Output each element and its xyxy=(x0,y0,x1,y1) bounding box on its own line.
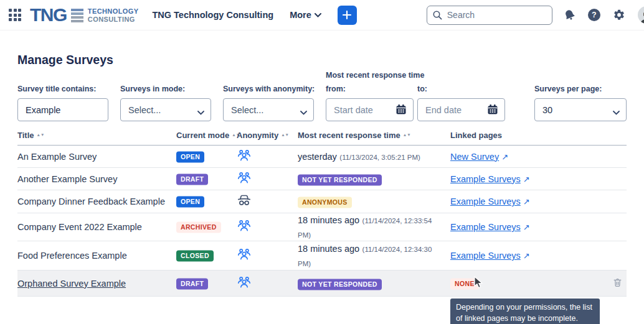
from-label: from: xyxy=(326,85,346,93)
external-link-icon: ↗ xyxy=(523,251,530,261)
sort-icon: ▲▼ xyxy=(37,133,45,137)
external-link-icon: ↗ xyxy=(523,223,530,232)
column-header-linked-pages: Linked pages xyxy=(450,131,606,140)
logo-word-consulting: CONSULTING xyxy=(88,16,139,24)
people-group-icon xyxy=(237,176,252,187)
mode-badge: OPEN xyxy=(176,196,204,207)
linked-pages-tooltip: Depending on your permissions, the list … xyxy=(450,299,600,324)
incognito-icon xyxy=(237,198,252,209)
sort-icon: ▲▼ xyxy=(281,133,289,137)
external-link-icon: ↗ xyxy=(501,152,508,162)
people-group-icon xyxy=(237,154,252,164)
per-page-label: Surveys per page: xyxy=(534,85,602,93)
response-time-group-label: Most recent response time xyxy=(326,71,424,80)
settings-gear-icon[interactable] xyxy=(613,9,625,21)
logo-word-technology: TECHNOLOGY xyxy=(88,7,139,16)
mode-badge: DRAFT xyxy=(176,174,208,185)
anonymity-label: Surveys with anonymity: xyxy=(223,85,315,93)
help-icon[interactable]: ? xyxy=(588,9,600,21)
external-link-icon: ↗ xyxy=(523,175,530,184)
from-date-field xyxy=(326,98,414,121)
response-time-detail: (11/13/2024, 3:05:21 PM) xyxy=(339,154,420,161)
linked-page-link[interactable]: New Survey↗ xyxy=(450,152,508,162)
response-status-badge: NOT YET RESPONDED xyxy=(298,174,382,185)
space-name-link[interactable]: TNG Technology Consulting xyxy=(152,10,273,20)
logo-lines-decoration xyxy=(71,9,83,22)
column-header-anonymity[interactable]: Anonymity▲▼ xyxy=(237,131,293,140)
table-row[interactable]: Another Example Survey DRAFT NOT YET RES… xyxy=(17,168,627,190)
survey-title[interactable]: Company Event 2022 Example xyxy=(17,222,142,232)
logo-text: TNG xyxy=(30,6,67,24)
user-avatar[interactable] xyxy=(638,6,644,24)
survey-title[interactable]: An Example Survey xyxy=(17,152,97,162)
delete-survey-icon[interactable] xyxy=(612,277,623,290)
people-group-icon xyxy=(237,252,252,263)
calendar-icon[interactable] xyxy=(395,103,407,118)
table-row[interactable]: Orphaned Survey Example DRAFT NOT YET RE… xyxy=(17,271,627,297)
external-link-icon: ↗ xyxy=(523,197,530,206)
top-navigation-bar: TNG TECHNOLOGY CONSULTING TNG Technology… xyxy=(0,0,644,30)
people-group-icon xyxy=(237,280,252,291)
response-status-badge: ANONYMOUS xyxy=(298,197,352,208)
filters-bar: Survey title contains: Surveys in mode: … xyxy=(17,71,627,123)
table-row[interactable]: Food Preferences Example CLOSED 18 minut… xyxy=(17,241,627,271)
title-contains-input[interactable] xyxy=(17,98,108,121)
mode-label: Surveys in mode: xyxy=(120,85,185,93)
mode-select[interactable]: Select... xyxy=(120,98,211,121)
create-button[interactable] xyxy=(338,6,357,25)
survey-title[interactable]: Food Preferences Example xyxy=(17,251,127,261)
linked-page-link[interactable]: Example Surveys↗ xyxy=(450,197,530,206)
anonymity-select[interactable]: Select... xyxy=(223,98,314,121)
linked-page-link[interactable]: Example Surveys↗ xyxy=(450,251,530,261)
sort-icon: ▲▼ xyxy=(403,133,411,137)
title-contains-label: Survey title contains: xyxy=(17,85,96,93)
calendar-icon[interactable] xyxy=(486,103,499,118)
table-row[interactable]: Company Event 2022 Example ARCHIVED 18 m… xyxy=(17,213,627,241)
chevron-down-icon xyxy=(197,107,204,117)
tng-logo[interactable]: TNG TECHNOLOGY CONSULTING xyxy=(30,6,138,24)
column-header-response-time[interactable]: Most recent response time▲▼ xyxy=(298,131,433,140)
notifications-bell-icon[interactable] xyxy=(564,9,575,21)
more-menu[interactable]: More xyxy=(290,10,321,20)
mode-badge: DRAFT xyxy=(176,278,208,289)
table-row[interactable]: Company Dinner Feedback Example OPEN ANO… xyxy=(17,190,627,213)
survey-title[interactable]: Orphaned Survey Example xyxy=(17,279,126,289)
survey-title[interactable]: Another Example Survey xyxy=(17,174,117,184)
mode-badge: OPEN xyxy=(176,151,204,162)
search-input[interactable] xyxy=(427,6,552,25)
app-switcher-icon[interactable] xyxy=(9,9,21,21)
to-date-field xyxy=(417,98,505,121)
per-page-select[interactable]: 30 xyxy=(534,98,627,121)
surveys-table: Title▲▼ Current mode▲▼ Anonymity▲▼ Most … xyxy=(17,131,627,297)
plus-icon xyxy=(342,10,352,20)
response-time-text: yesterday xyxy=(298,152,337,162)
response-status-badge: NOT YET RESPONDED xyxy=(298,279,382,290)
survey-title[interactable]: Company Dinner Feedback Example xyxy=(17,197,165,206)
table-row[interactable]: An Example Survey OPEN yesterday (11/13/… xyxy=(17,146,627,168)
table-header-row: Title▲▼ Current mode▲▼ Anonymity▲▼ Most … xyxy=(17,131,627,146)
mode-badge: ARCHIVED xyxy=(176,221,221,233)
chevron-down-icon xyxy=(300,107,307,117)
main-content: Manage Surveys Survey title contains: Su… xyxy=(0,53,644,297)
mode-badge: CLOSED xyxy=(176,250,214,261)
linked-page-link[interactable]: Example Surveys↗ xyxy=(450,222,530,232)
column-header-current-mode[interactable]: Current mode▲▼ xyxy=(176,131,234,140)
people-group-icon xyxy=(237,224,252,234)
chevron-down-icon xyxy=(613,107,620,117)
no-linked-pages-badge: NONE xyxy=(450,278,479,289)
to-label: to: xyxy=(417,85,427,93)
more-label: More xyxy=(290,10,311,20)
linked-page-link[interactable]: Example Surveys↗ xyxy=(450,174,530,184)
column-header-title[interactable]: Title▲▼ xyxy=(17,131,173,140)
page-title: Manage Surveys xyxy=(17,53,627,67)
chevron-down-icon xyxy=(315,13,321,17)
